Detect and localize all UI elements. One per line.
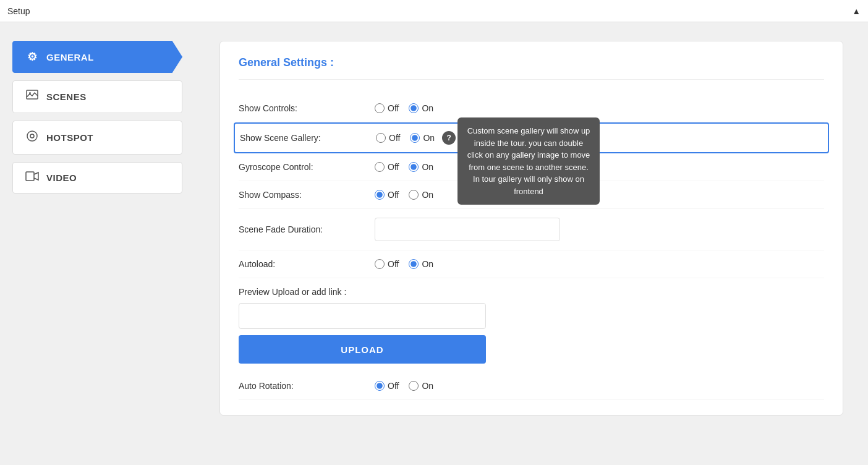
gyroscope-off-label: Off <box>388 162 399 172</box>
auto-rotation-on-radio[interactable] <box>409 381 419 391</box>
settings-card: General Settings : Show Controls: Off On <box>219 41 843 416</box>
app-title: Setup <box>7 6 30 16</box>
sidebar-item-general[interactable]: ⚙ GENERAL <box>12 41 182 73</box>
preview-upload-label: Preview Upload or add link : <box>239 287 824 297</box>
sidebar-label-general: GENERAL <box>46 52 94 62</box>
show-compass-radio-group: Off On <box>375 190 433 200</box>
autoload-off-option[interactable]: Off <box>375 259 399 269</box>
setting-row-show-scene-gallery: Show Scene Gallery: Off On ? Custom scen… <box>234 122 829 153</box>
sidebar-label-video: VIDEO <box>46 173 77 183</box>
autoload-on-radio[interactable] <box>409 259 419 269</box>
svg-point-2 <box>27 131 37 141</box>
settings-title: General Settings : <box>239 56 824 80</box>
show-controls-off-label: Off <box>388 103 399 113</box>
gyroscope-label: Gyroscope Control: <box>239 162 375 172</box>
setting-row-autoload: Autoload: Off On <box>239 250 824 278</box>
gyroscope-on-option[interactable]: On <box>409 162 433 172</box>
sidebar-label-hotspot: HOTSPOT <box>46 132 93 143</box>
show-controls-on-label: On <box>422 103 433 113</box>
autoload-off-radio[interactable] <box>375 259 385 269</box>
show-compass-on-label: On <box>422 190 433 200</box>
gyroscope-on-radio[interactable] <box>409 162 419 172</box>
autoload-label: Autoload: <box>239 259 375 269</box>
sidebar: ⚙ GENERAL SCENES HOTSPOT VIDEO <box>0 22 195 465</box>
show-controls-on-option[interactable]: On <box>409 103 433 113</box>
gyroscope-on-label: On <box>422 162 433 172</box>
show-controls-off-option[interactable]: Off <box>375 103 399 113</box>
video-icon <box>25 171 39 184</box>
auto-rotation-off-option[interactable]: Off <box>375 381 399 391</box>
auto-rotation-label: Auto Rotation: <box>239 381 375 391</box>
auto-rotation-on-option[interactable]: On <box>409 381 433 391</box>
gyroscope-off-radio[interactable] <box>375 162 385 172</box>
show-scene-gallery-on-radio[interactable] <box>410 133 420 143</box>
help-icon[interactable]: ? <box>442 131 456 145</box>
show-controls-radio-group: Off On <box>375 103 433 113</box>
autoload-radio-group: Off On <box>375 259 433 269</box>
tooltip-scene-gallery: Custom scene gallery will show up inside… <box>457 117 600 205</box>
hotspot-icon <box>25 130 39 145</box>
gear-icon: ⚙ <box>25 50 39 64</box>
sidebar-item-scenes[interactable]: SCENES <box>12 80 182 113</box>
scene-fade-label: Scene Fade Duration: <box>239 224 375 234</box>
sidebar-item-hotspot[interactable]: HOTSPOT <box>12 121 182 155</box>
setting-row-auto-rotation: Auto Rotation: Off On <box>239 372 824 400</box>
auto-rotation-off-label: Off <box>388 381 399 391</box>
show-compass-on-option[interactable]: On <box>409 190 433 200</box>
auto-rotation-off-radio[interactable] <box>375 381 385 391</box>
auto-rotation-radio-group: Off On <box>375 381 433 391</box>
upload-section: Preview Upload or add link : UPLOAD <box>239 278 824 372</box>
sidebar-label-scenes: SCENES <box>46 92 87 102</box>
preview-upload-input[interactable] <box>239 303 486 329</box>
show-controls-on-radio[interactable] <box>409 103 419 113</box>
upload-button[interactable]: UPLOAD <box>239 335 486 364</box>
gyroscope-off-option[interactable]: Off <box>375 162 399 172</box>
show-compass-label: Show Compass: <box>239 190 375 200</box>
show-scene-gallery-label: Show Scene Gallery: <box>240 133 376 143</box>
show-controls-off-radio[interactable] <box>375 103 385 113</box>
gyroscope-radio-group: Off On <box>375 162 433 172</box>
show-compass-on-radio[interactable] <box>409 190 419 200</box>
show-compass-off-radio[interactable] <box>375 190 385 200</box>
svg-point-3 <box>30 134 34 138</box>
auto-rotation-on-label: On <box>422 381 433 391</box>
autoload-on-label: On <box>422 259 433 269</box>
autoload-on-option[interactable]: On <box>409 259 433 269</box>
main-content: General Settings : Show Controls: Off On <box>195 22 868 465</box>
show-scene-gallery-off-option[interactable]: Off <box>376 133 400 143</box>
show-scene-gallery-off-radio[interactable] <box>376 133 386 143</box>
setting-row-scene-fade: Scene Fade Duration: <box>239 209 824 250</box>
show-scene-gallery-off-label: Off <box>389 133 400 143</box>
scene-fade-input[interactable] <box>375 218 560 241</box>
show-scene-gallery-on-label: On <box>423 133 435 143</box>
show-scene-gallery-radio-group: Off On <box>376 133 435 143</box>
arrow-icon: ▲ <box>852 6 861 16</box>
sidebar-item-video[interactable]: VIDEO <box>12 162 182 194</box>
scenes-icon <box>25 90 39 104</box>
autoload-off-label: Off <box>388 259 399 269</box>
show-compass-off-label: Off <box>388 190 399 200</box>
show-controls-label: Show Controls: <box>239 103 375 113</box>
svg-point-1 <box>29 92 31 94</box>
show-scene-gallery-on-option[interactable]: On <box>410 133 435 143</box>
svg-rect-4 <box>26 172 34 181</box>
show-compass-off-option[interactable]: Off <box>375 190 399 200</box>
